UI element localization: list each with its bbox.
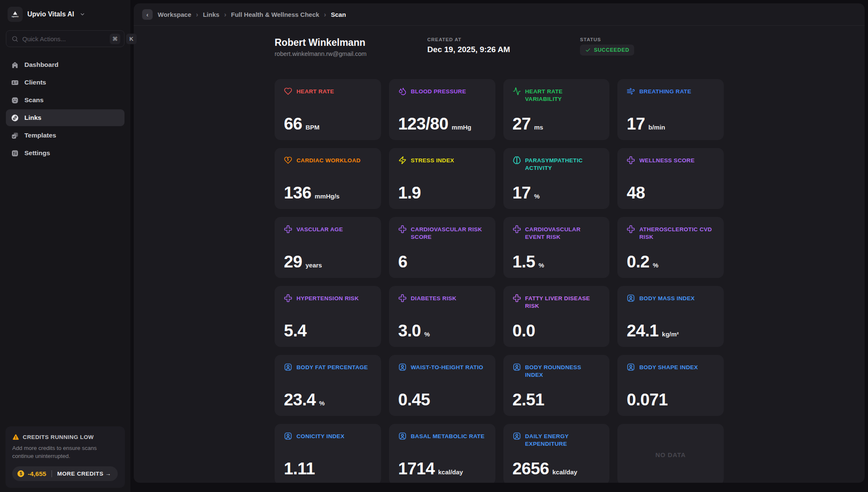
- warning-icon: [12, 434, 19, 441]
- metric-unit: kcal/day: [552, 468, 577, 476]
- metric-value: 17: [627, 115, 645, 132]
- metric-label: CARDIOVASCULAR RISK SCORE: [411, 226, 486, 241]
- breadcrumb-separator-icon: ›: [224, 11, 227, 18]
- quick-actions-search[interactable]: ⌘ K: [6, 30, 124, 47]
- metric-card: HYPERTENSION RISK 5.4: [275, 286, 381, 347]
- status-badge: SUCCEEDED: [580, 45, 634, 56]
- metric-card: BODY SHAPE INDEX 0.071: [617, 355, 724, 416]
- metric-card: BODY FAT PERCENTAGE 23.4 %: [275, 355, 381, 416]
- metric-unit: ms: [534, 124, 543, 131]
- credits-warning-box: CREDITS RUNNING LOW Add more credits to …: [5, 426, 125, 488]
- metric-card: DAILY ENERGY EXPENDITURE 2656 kcal/day: [503, 424, 610, 483]
- metric-value: 0.45: [398, 391, 430, 408]
- scan-header: Robert Winkelmann robert.winkelmann.rw@g…: [275, 37, 724, 57]
- medical-cross-icon: [513, 294, 521, 302]
- metric-value: 1.9: [398, 184, 421, 201]
- metric-card: HEART RATE VARIABILITY 27 ms: [503, 79, 610, 140]
- metric-label: PARASYMPATHETIC ACTIVITY: [525, 157, 601, 172]
- metric-label: CARDIOVASCULAR EVENT RISK: [525, 226, 601, 241]
- metric-value: 6: [398, 253, 408, 270]
- person-icon: [627, 363, 635, 371]
- metric-card: PARASYMPATHETIC ACTIVITY 17 %: [503, 148, 610, 209]
- chevron-down-icon: [79, 11, 85, 17]
- kbd-command: ⌘: [110, 34, 120, 44]
- breadcrumb-item[interactable]: Links: [203, 11, 219, 18]
- sidebar-item-templates[interactable]: Templates: [6, 127, 124, 144]
- metric-label: BODY ROUNDNESS INDEX: [525, 364, 601, 378]
- metric-label: HYPERTENSION RISK: [296, 295, 359, 302]
- sidebar-nav-item-label: Settings: [24, 149, 50, 157]
- logo-word: upvio: [12, 15, 19, 18]
- workspace-logo: upvio: [8, 7, 23, 22]
- more-credits-button[interactable]: $ -4,655 MORE CREDITS →: [12, 466, 118, 481]
- metric-value: 17: [513, 184, 531, 201]
- workspace-switcher[interactable]: upvio Upvio Vitals AI: [6, 7, 124, 22]
- medical-cross-icon: [513, 225, 521, 233]
- metric-card: FATTY LIVER DISEASE RISK 0.0: [503, 286, 610, 347]
- search-input[interactable]: [22, 35, 106, 42]
- metric-unit: kcal/day: [438, 468, 463, 476]
- heart-icon: [284, 87, 292, 95]
- metric-label: FATTY LIVER DISEASE RISK: [525, 295, 601, 309]
- main-area: ‹ Workspace›Links›Full Health & Wellness…: [130, 0, 868, 492]
- scan-content: Robert Winkelmann robert.winkelmann.rw@g…: [275, 26, 724, 483]
- person-icon: [398, 432, 407, 440]
- metric-card: HEART RATE 66 BPM: [275, 79, 381, 140]
- status-block: STATUS SUCCEEDED: [580, 37, 724, 57]
- credits-warning-message: Add more credits to ensure scans continu…: [12, 444, 118, 460]
- metric-card: BASAL METABOLIC RATE 1714 kcal/day: [389, 424, 495, 483]
- metric-value: 23.4: [284, 391, 316, 408]
- metric-card: DIABETES RISK 3.0 %: [389, 286, 495, 347]
- metric-value: 123/80: [398, 115, 448, 132]
- sidebar-item-settings[interactable]: Settings: [6, 145, 124, 161]
- metric-label: BLOOD PRESSURE: [411, 88, 466, 95]
- metric-label: WELLNESS SCORE: [639, 157, 695, 164]
- metric-label: BASAL METABOLIC RATE: [411, 433, 485, 440]
- bolt-icon: [398, 156, 407, 164]
- metric-unit: BPM: [306, 124, 320, 131]
- search-icon: [11, 35, 19, 42]
- metric-value: 0.2: [627, 253, 649, 270]
- breadcrumb-item[interactable]: Workspace: [158, 11, 191, 18]
- metric-unit: %: [539, 262, 544, 269]
- metric-card: VASCULAR AGE 29 years: [275, 217, 381, 278]
- dashboard-icon: [11, 61, 19, 69]
- more-credits-label: MORE CREDITS →: [57, 471, 111, 477]
- metric-value: 27: [513, 115, 531, 132]
- metric-value: 29: [284, 253, 302, 270]
- metric-unit: %: [534, 193, 540, 200]
- sidebar-item-links[interactable]: Links: [6, 109, 124, 126]
- kbd-k: K: [126, 34, 137, 44]
- links-icon: [11, 114, 19, 122]
- metric-value: 3.0: [398, 322, 421, 339]
- svg-text:$: $: [20, 471, 22, 476]
- metrics-grid: HEART RATE 66 BPM BLOOD PRESSURE 123/80 …: [275, 79, 724, 483]
- sidebar-item-scans[interactable]: Scans: [6, 92, 124, 108]
- metric-card: CONICITY INDEX 1.11: [275, 424, 381, 483]
- status-text: SUCCEEDED: [594, 47, 629, 53]
- breadcrumb: Workspace›Links›Full Health & Wellness C…: [158, 11, 346, 18]
- activity-icon: [513, 87, 521, 95]
- metric-unit: mmHg/s: [315, 193, 339, 200]
- collapse-sidebar-button[interactable]: ‹: [142, 9, 153, 20]
- metric-unit: mmHg: [452, 124, 471, 131]
- person-icon: [513, 363, 521, 371]
- sidebar-item-clients[interactable]: Clients: [6, 74, 124, 91]
- sidebar: upvio Upvio Vitals AI ⌘ K Dashboard Clie…: [0, 0, 130, 492]
- created-at-value: Dec 19, 2025, 9:26 AM: [427, 45, 580, 54]
- metric-value: 48: [627, 184, 645, 201]
- no-data-text: NO DATA: [655, 451, 685, 458]
- metric-value: 5.4: [284, 322, 307, 339]
- credits-balance: -4,655: [28, 470, 46, 478]
- credits-warning-title-row: CREDITS RUNNING LOW: [12, 434, 118, 441]
- person-icon: [284, 363, 292, 371]
- metric-value: 66: [284, 115, 302, 132]
- metric-value: 0.071: [627, 391, 668, 408]
- metric-card: STRESS INDEX 1.9: [389, 148, 495, 209]
- breadcrumb-item[interactable]: Full Health & Wellness Check: [231, 11, 319, 18]
- metric-label: BODY SHAPE INDEX: [639, 364, 698, 371]
- created-at-block: CREATED AT Dec 19, 2025, 9:26 AM: [427, 37, 580, 57]
- medical-cross-icon: [398, 225, 407, 233]
- sidebar-item-dashboard[interactable]: Dashboard: [6, 56, 124, 73]
- person-icon: [513, 432, 521, 440]
